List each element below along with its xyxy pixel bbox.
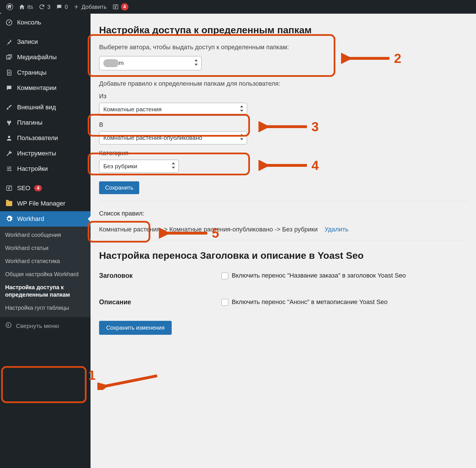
submenu-item[interactable]: Workhard статистика bbox=[0, 254, 91, 268]
menu-item-media[interactable]: Медиафайлы bbox=[0, 50, 91, 65]
comment-icon bbox=[56, 4, 62, 10]
yoast-desc-checkbox[interactable] bbox=[221, 299, 228, 306]
collapse-icon bbox=[5, 322, 12, 330]
yoast-menu-icon bbox=[5, 185, 13, 192]
svg-point-5 bbox=[8, 57, 9, 58]
submenu-item[interactable]: Workhard статьи bbox=[0, 241, 91, 254]
comments-icon bbox=[5, 85, 13, 91]
menu-label: Инструменты bbox=[17, 150, 56, 157]
from-label: Из bbox=[99, 93, 467, 100]
menu-label: Пользователи bbox=[17, 134, 58, 142]
rule-delete-link[interactable]: Удалить bbox=[325, 226, 348, 233]
menu-label: Настройки bbox=[17, 165, 48, 173]
svg-point-7 bbox=[10, 167, 11, 168]
save-button[interactable]: Сохранить bbox=[99, 181, 139, 194]
menu-item-comments[interactable]: Комментарии bbox=[0, 80, 91, 96]
annotation-arrow-4: 4 bbox=[258, 158, 319, 173]
yoast-title-row: Заголовок Включить перенос "Название зак… bbox=[99, 267, 467, 285]
yoast-desc-label: Описание bbox=[99, 298, 221, 306]
author-block: Выберете автора, чтобы выдать доступ к о… bbox=[99, 41, 467, 73]
yoast-badge: 4 bbox=[121, 3, 128, 11]
menu-item-pages[interactable]: Страницы bbox=[0, 65, 91, 80]
submenu-item[interactable]: Workhard сообщения bbox=[0, 228, 91, 241]
brush-icon bbox=[5, 104, 13, 111]
menu-item-seo[interactable]: SEO 4 bbox=[0, 180, 91, 196]
yoast-link[interactable]: 4 bbox=[110, 0, 131, 14]
menu-label: Консоль bbox=[17, 19, 41, 26]
user-icon bbox=[5, 135, 13, 141]
submenu-item[interactable]: Настройка гугл таблицы bbox=[0, 301, 91, 314]
sliders-icon bbox=[5, 165, 13, 172]
menu-label: Комментарии bbox=[17, 84, 57, 92]
main-content: Настройка доступа к определенным папкам … bbox=[91, 14, 476, 468]
svg-point-3 bbox=[9, 22, 10, 23]
author-value: m bbox=[119, 59, 124, 66]
menu-item-users[interactable]: Пользователи bbox=[0, 130, 91, 146]
category-value: Без рубрики bbox=[103, 163, 137, 169]
home-icon bbox=[19, 4, 25, 10]
menu-label: Страницы bbox=[17, 69, 46, 76]
new-content-label: Добавить bbox=[81, 4, 106, 10]
author-select-wrap: m bbox=[99, 56, 202, 70]
dashboard-icon bbox=[5, 19, 13, 26]
menu-item-wpfm[interactable]: WP File Manager bbox=[0, 196, 91, 211]
yoast-settings: Заголовок Включить перенос "Название зак… bbox=[99, 267, 467, 311]
svg-point-8 bbox=[8, 168, 9, 169]
menu-item-posts[interactable]: Записи bbox=[0, 34, 91, 50]
avatar-blurred bbox=[103, 59, 119, 67]
to-label: В bbox=[99, 121, 467, 128]
yoast-icon bbox=[112, 4, 119, 10]
admin-sidebar: Консоль Записи Медиафайлы Страницы Комме… bbox=[0, 14, 91, 468]
yoast-desc-text: Включить перенос "Анонс" в метаописание … bbox=[232, 298, 387, 306]
comments-count: 0 bbox=[65, 4, 68, 10]
folder-icon bbox=[5, 201, 13, 206]
media-icon bbox=[5, 54, 13, 61]
new-content-link[interactable]: Добавить bbox=[71, 0, 109, 14]
yoast-title-checkbox[interactable] bbox=[221, 272, 228, 279]
category-label: Категория bbox=[99, 149, 467, 157]
menu-label: Внешний вид bbox=[17, 104, 56, 111]
workhard-submenu: Workhard сообщения Workhard статьи Workh… bbox=[0, 227, 91, 317]
category-select[interactable]: Без рубрики bbox=[99, 160, 179, 173]
menu-item-dashboard[interactable]: Консоль bbox=[0, 15, 91, 30]
menu-label: WP File Manager bbox=[17, 200, 65, 207]
seo-count-badge: 4 bbox=[34, 185, 42, 191]
wordpress-icon bbox=[6, 3, 13, 10]
menu-item-plugins[interactable]: Плагины bbox=[0, 115, 91, 130]
menu-item-appearance[interactable]: Внешний вид bbox=[0, 100, 91, 115]
collapse-label: Свернуть меню bbox=[16, 323, 59, 329]
save-changes-button[interactable]: Сохранить изменения bbox=[99, 321, 172, 335]
updates-link[interactable]: 3 bbox=[36, 0, 53, 14]
yoast-title-label: Заголовок bbox=[99, 272, 221, 280]
wp-logo[interactable] bbox=[3, 0, 16, 14]
collapse-menu[interactable]: Свернуть меню bbox=[0, 317, 91, 334]
site-link[interactable]: its bbox=[16, 0, 36, 14]
author-help-text: Выберете автора, чтобы выдать доступ к о… bbox=[99, 44, 467, 51]
to-value: Комнатные растения-опубликовано bbox=[103, 134, 202, 141]
menu-label: SEO bbox=[17, 184, 30, 192]
menu-item-workhard[interactable]: Workhard bbox=[0, 211, 91, 227]
rule-text: Комнатные растения -> Комнатные растения… bbox=[99, 226, 318, 233]
menu-label: Медиафайлы bbox=[17, 54, 57, 61]
menu-label: Workhard bbox=[17, 215, 44, 223]
comments-link[interactable]: 0 bbox=[53, 0, 71, 14]
submenu-item-current[interactable]: Настройка доступа к определенным папкам bbox=[0, 281, 91, 301]
update-icon bbox=[39, 4, 45, 10]
pin-icon bbox=[5, 38, 13, 45]
yoast-desc-row: Описание Включить перенос "Анонс" в мета… bbox=[99, 293, 467, 311]
submenu-item[interactable]: Общая настройка Workhard bbox=[0, 268, 91, 281]
yoast-title-text: Включить перенос "Название заказа" в заг… bbox=[232, 272, 406, 279]
page-heading: Настройка доступа к определенным папкам bbox=[99, 24, 467, 36]
menu-item-settings[interactable]: Настройки bbox=[0, 161, 91, 176]
menu-label: Записи bbox=[17, 38, 38, 46]
rule-help-text: Добавьте правило к определенным папкам д… bbox=[99, 80, 467, 87]
from-select[interactable]: Комнатные растения bbox=[99, 103, 247, 116]
menu-label: Плагины bbox=[17, 119, 42, 126]
author-select[interactable]: m bbox=[99, 56, 202, 70]
gear-icon bbox=[5, 215, 13, 223]
svg-point-6 bbox=[8, 136, 10, 138]
svg-point-11 bbox=[6, 323, 11, 328]
wrench-icon bbox=[5, 150, 13, 157]
to-select[interactable]: Комнатные растения-опубликовано bbox=[99, 131, 247, 144]
menu-item-tools[interactable]: Инструменты bbox=[0, 146, 91, 161]
